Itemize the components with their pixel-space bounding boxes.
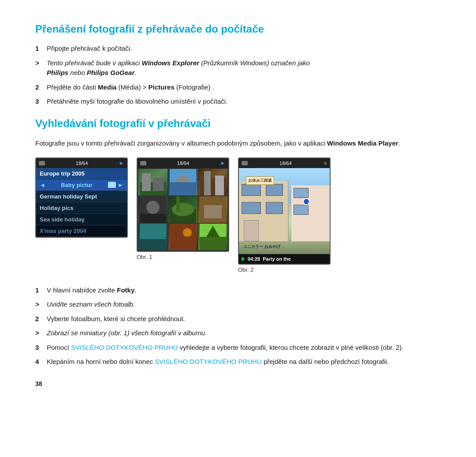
step-number: 3 xyxy=(35,97,45,107)
cyan-link: SVISLÉHO DOTYKOVÉHO PRUHU xyxy=(155,358,262,365)
devices-illustration: 18/64 ► Europe trip 2005 ◄ Baby pictur ►… xyxy=(35,157,441,273)
device1-counter: 18/64 xyxy=(76,161,88,166)
photo-cell xyxy=(138,196,167,223)
step-italic-text: Tento přehrávač bude v aplikaci Windows … xyxy=(47,58,310,78)
step-italic-text: Uvidíte seznam všech fotoalb. xyxy=(47,300,135,310)
photo-thumb xyxy=(138,224,167,250)
step-text: Přetáhněte myší fotografie do libovolnéh… xyxy=(47,97,227,107)
menu-item-europe: Europe trip 2005 xyxy=(36,168,127,180)
photo-cell xyxy=(198,169,227,195)
footer-party-text: Party on the xyxy=(263,256,291,262)
photo-thumb xyxy=(198,169,227,195)
device2-wrapper: 18/64 ► xyxy=(137,157,229,260)
device1-wrapper: 18/64 ► Europe trip 2005 ◄ Baby pictur ►… xyxy=(35,157,128,238)
menu-item-seaside: Sea side holiday xyxy=(36,214,127,225)
photo-grid xyxy=(138,168,228,251)
device2: 18/64 ► xyxy=(137,157,229,252)
section1-title: Přenášení fotografií z přehrávače do poč… xyxy=(35,22,441,36)
svg-rect-11 xyxy=(140,214,166,223)
svg-rect-14 xyxy=(176,196,180,212)
step-1-arrow: > Tento přehrávač bude v aplikaci Window… xyxy=(35,58,441,78)
window xyxy=(294,188,309,198)
ground-text: ユニカラー おみやげ xyxy=(243,244,280,250)
device3-counter: 18/64 xyxy=(279,161,292,166)
window xyxy=(242,184,261,196)
step-text: Klepáním na horní nebo dolní konec SVISL… xyxy=(47,357,389,367)
camera-icon xyxy=(242,161,248,165)
arrow-symbol: > xyxy=(35,300,45,310)
menu-item-baby: ◄ Baby pictur ► xyxy=(36,180,127,191)
cyan-link: SVISLÉHO DOTYKOVÉHO PRUHU xyxy=(71,344,178,351)
device1-menu: Europe trip 2005 ◄ Baby pictur ► German … xyxy=(36,168,127,237)
step-number: 2 xyxy=(35,82,45,93)
device3-footer: 04:28 Party on the xyxy=(239,254,330,264)
svg-rect-18 xyxy=(140,239,166,250)
step-text: Vyberte fotoalbum, které si chcete prohl… xyxy=(47,314,185,324)
camera-icon xyxy=(140,161,146,165)
step-text: Přejděte do části Media (Média) > Pictur… xyxy=(47,82,214,93)
section2-description: Fotografie jsou v tomto přehrávači zorga… xyxy=(35,138,441,149)
svg-rect-16 xyxy=(204,205,222,218)
device1: 18/64 ► Europe trip 2005 ◄ Baby pictur ►… xyxy=(35,157,128,238)
camera-icon xyxy=(39,161,45,165)
device1-header: 18/64 ► xyxy=(36,158,127,168)
svg-point-20 xyxy=(183,228,192,237)
photo-cell xyxy=(168,169,197,195)
device2-header: 18/64 ► xyxy=(138,158,228,168)
folder-icon xyxy=(108,182,116,188)
step-2-2: 2 Vyberte fotoalbum, které si chcete pro… xyxy=(35,314,441,324)
sign: お休み三段坂 xyxy=(246,176,274,185)
section2-title: Vyhledávání fotografií v přehrávači xyxy=(35,116,441,130)
window xyxy=(294,205,309,215)
nav-right-icon: ► xyxy=(119,160,124,166)
photo-cell xyxy=(168,224,197,250)
arrow-symbol: > xyxy=(35,328,45,338)
menu-item-holiday: Holiday pics xyxy=(36,202,127,214)
device2-counter: 18/64 xyxy=(177,161,190,166)
device1-callout-wrapper: 18/64 ► Europe trip 2005 ◄ Baby pictur ►… xyxy=(35,157,128,238)
photo-thumb xyxy=(138,169,167,195)
sel-right-icon: ► xyxy=(118,182,123,188)
device3-header: 18/64 ■ xyxy=(239,158,330,168)
step-number: 1 xyxy=(35,285,45,296)
step-text: Pomocí SVISLÉHO DOTYKOVÉHO PRUHU vyhlede… xyxy=(47,343,404,353)
step-1-3: 3 Přetáhněte myší fotografie do libovoln… xyxy=(35,97,441,107)
sel-label: Baby pictur xyxy=(61,182,93,188)
photo-cell xyxy=(138,224,167,250)
window xyxy=(266,184,283,196)
svg-point-10 xyxy=(146,201,160,214)
svg-point-13 xyxy=(172,203,194,216)
photo-thumb xyxy=(168,224,197,250)
step-number: 2 xyxy=(35,314,45,324)
photo-cell xyxy=(168,196,197,223)
step-1-2: 2 Přejděte do části Media (Média) > Pict… xyxy=(35,82,441,93)
photo-cell xyxy=(198,196,227,223)
svg-rect-2 xyxy=(153,178,164,191)
step-2-1: 1 V hlavní nabídce zvolte Fotky. xyxy=(35,285,441,296)
play-icon xyxy=(242,257,245,261)
photo-cell xyxy=(138,169,167,195)
step-2-3: 3 Pomocí SVISLÉHO DOTYKOVÉHO PRUHU vyhle… xyxy=(35,343,441,353)
window xyxy=(242,202,261,214)
svg-rect-7 xyxy=(204,171,211,195)
photo-cell xyxy=(198,224,227,250)
svg-rect-1 xyxy=(142,173,151,191)
step-number: 3 xyxy=(35,343,45,353)
photo-thumb xyxy=(138,196,167,223)
window xyxy=(266,202,283,214)
nav-placeholder: ■ xyxy=(324,160,327,166)
building-left xyxy=(239,181,289,241)
step-italic-text: Zobrazí se miniatury (obr. 1) všech foto… xyxy=(47,328,207,338)
photo-thumb xyxy=(168,169,197,195)
step-2-arrow1: > Uvidíte seznam všech fotoalb. xyxy=(35,300,441,310)
svg-rect-17 xyxy=(140,224,166,239)
sel-left-icon: ◄ xyxy=(40,182,45,188)
street-photo: お休み三段坂 ユニカラー おみやげ xyxy=(239,168,330,254)
building-right xyxy=(291,185,330,241)
photo-thumb xyxy=(198,224,227,250)
page-number: 38 xyxy=(35,380,441,387)
device3-wrapper: 18/64 ■ お休み三段坂 xyxy=(238,157,331,273)
accent-circle xyxy=(303,198,310,205)
menu-item-german: German holiday Sept xyxy=(36,191,127,202)
obr1-label: Obr. 1 xyxy=(137,254,152,260)
